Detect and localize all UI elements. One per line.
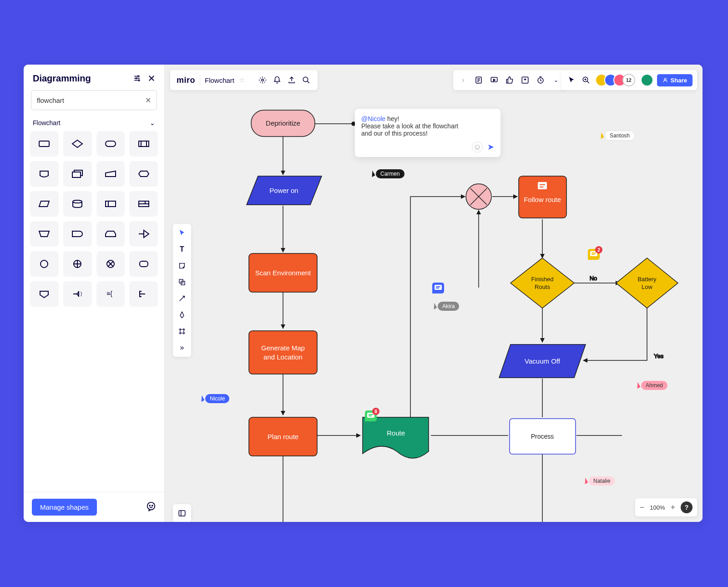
section-header[interactable]: Flowchart ⌄ [24, 116, 164, 131]
shape-preparation[interactable] [129, 161, 158, 187]
node-vacuum-off[interactable]: Vacuum Off [499, 344, 586, 378]
cursor-icon[interactable] [566, 75, 577, 86]
comment-badge-green[interactable]: 8 [365, 410, 377, 421]
comment-badge-yellow[interactable]: 2 [588, 249, 600, 260]
zoom-in[interactable]: + [670, 503, 675, 512]
node-route[interactable]: Route [363, 417, 429, 458]
shape-manual-input[interactable] [96, 161, 125, 187]
svg-point-16 [40, 260, 48, 268]
close-icon[interactable] [146, 73, 157, 84]
svg-text:No: No [590, 275, 597, 282]
node-scan-env[interactable]: Scan Environment [249, 253, 317, 292]
shape-loop-limit[interactable] [96, 221, 125, 247]
search-input[interactable] [37, 96, 142, 104]
current-user-avatar[interactable] [641, 74, 653, 86]
comment-card[interactable]: @Nicole hey! Please take a look at the f… [355, 109, 500, 157]
bell-icon[interactable] [272, 75, 282, 85]
shape-internal-storage[interactable] [96, 191, 125, 217]
search-input-wrap[interactable]: ✕ [31, 90, 157, 110]
gear-icon[interactable] [258, 75, 268, 85]
shape-display[interactable] [30, 161, 59, 187]
reactions-bar: › ⌄ [453, 70, 566, 90]
zoom-level[interactable]: 100% [650, 504, 665, 511]
shape-or-junction[interactable] [96, 251, 125, 277]
node-deprioritize[interactable]: Deprioritize [251, 110, 315, 137]
shape-manual-operation[interactable] [30, 221, 59, 247]
svg-text:Scan Environment: Scan Environment [255, 269, 311, 277]
shape-tool[interactable] [177, 277, 187, 288]
comment-badge-blue[interactable] [432, 283, 444, 294]
thumbs-up-icon[interactable] [504, 75, 515, 86]
svg-rect-62 [538, 182, 547, 189]
frame-tool[interactable] [177, 326, 187, 337]
message-icon[interactable] [146, 501, 156, 513]
avatars[interactable]: 12 [595, 74, 635, 86]
presentation-icon[interactable] [489, 75, 500, 86]
node-junction[interactable] [466, 184, 491, 209]
upload-icon[interactable] [287, 75, 297, 85]
timer-icon[interactable] [535, 75, 546, 86]
node-battery-low[interactable]: Battery Low [616, 258, 678, 308]
board-name[interactable]: Flowchart [205, 76, 234, 84]
pen-tool[interactable] [177, 309, 187, 320]
sticky-note-tool[interactable] [177, 260, 187, 271]
shape-collate[interactable] [129, 251, 158, 277]
zoom-out[interactable]: − [640, 503, 645, 512]
shape-data-storage[interactable] [30, 281, 59, 307]
export-icon[interactable] [520, 75, 531, 86]
add-cursor-icon[interactable] [581, 75, 592, 86]
svg-point-27 [149, 505, 150, 506]
send-icon[interactable]: ➤ [487, 142, 494, 152]
search-icon[interactable] [301, 75, 311, 85]
cursor-santosh: Santosh [599, 131, 635, 141]
comment-line3: and our of this process! [361, 130, 494, 137]
node-follow-route[interactable]: Follow route [519, 176, 566, 218]
shape-multi-document[interactable] [63, 161, 92, 187]
manage-shapes-button[interactable]: Manage shapes [32, 499, 97, 516]
shape-rectangle[interactable] [30, 131, 59, 157]
arrow-tool[interactable] [177, 293, 187, 304]
svg-text:Plan route: Plan route [268, 433, 298, 440]
shape-delay[interactable] [63, 221, 92, 247]
svg-rect-3 [39, 141, 49, 147]
shape-parallelogram[interactable] [30, 191, 59, 217]
cursor-natalie: Natalie [583, 476, 615, 486]
node-finished-routes[interactable]: Finished Routs [511, 258, 574, 308]
more-chevron-icon[interactable]: ⌄ [551, 75, 561, 86]
canvas[interactable]: No Yes Deprioritize Power on [165, 65, 703, 522]
svg-text:Yes: Yes [654, 353, 664, 359]
svg-text:≡{: ≡{ [106, 290, 112, 297]
panel-title: Diagramming [33, 73, 128, 84]
text-tool[interactable]: T [177, 244, 187, 255]
shape-diamond[interactable] [63, 131, 92, 157]
share-button[interactable]: Share [657, 74, 693, 86]
chevron-right-icon[interactable]: › [458, 75, 469, 86]
star-icon[interactable]: ☆ [239, 76, 245, 84]
shape-annotation[interactable] [129, 281, 158, 307]
panel-toggle[interactable] [173, 504, 191, 522]
settings-sliders-icon[interactable] [131, 73, 142, 84]
shape-card[interactable] [129, 191, 158, 217]
shape-rounded-rect[interactable] [96, 131, 125, 157]
node-plan-route[interactable]: Plan route [249, 417, 317, 456]
svg-point-0 [138, 76, 139, 77]
shape-predefined-process[interactable] [129, 131, 158, 157]
svg-text:Process: Process [531, 433, 554, 440]
shape-database[interactable] [63, 191, 92, 217]
shape-merge-left[interactable]: ≡{ [96, 281, 125, 307]
shape-circle[interactable] [30, 251, 59, 277]
node-process[interactable]: Process [510, 419, 576, 454]
svg-point-28 [152, 505, 153, 506]
clear-search-icon[interactable]: ✕ [145, 96, 151, 105]
node-power-on[interactable]: Power on [247, 176, 322, 205]
shape-off-page[interactable] [129, 221, 158, 247]
shape-merge-right[interactable]: } [63, 281, 92, 307]
shape-summing-junction[interactable] [63, 251, 92, 277]
note-icon[interactable] [473, 75, 484, 86]
node-gen-map[interactable]: Generate Map and Location [249, 331, 317, 374]
select-tool[interactable] [177, 228, 187, 238]
more-tools[interactable]: » [177, 342, 187, 353]
emoji-icon[interactable]: ☺ [472, 142, 483, 152]
help-button[interactable]: ? [681, 501, 693, 513]
zoom-bar: − 100% + ? [635, 498, 697, 516]
